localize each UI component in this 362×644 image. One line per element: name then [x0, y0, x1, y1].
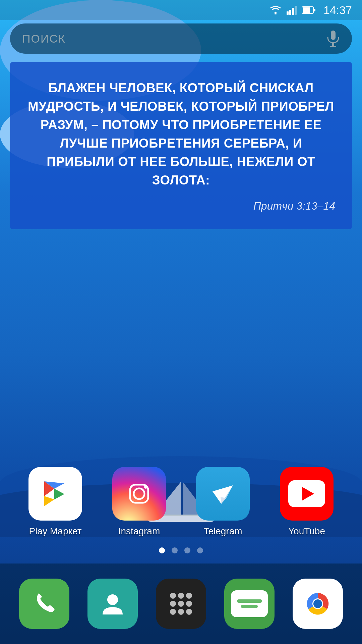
svg-rect-12 [331, 31, 336, 40]
svg-rect-5 [287, 11, 289, 15]
page-dot-0[interactable] [159, 547, 165, 553]
svg-rect-10 [303, 7, 310, 13]
playmarket-logo [40, 479, 70, 509]
svg-point-29 [313, 599, 322, 608]
quote-text: БЛАЖЕН ЧЕЛОВЕК, КОТОРЫЙ СНИСКАЛ МУДРОСТЬ… [27, 79, 335, 190]
app-item-youtube[interactable]: YouTube [273, 467, 340, 537]
phone-icon [31, 590, 58, 617]
page-dots [0, 547, 362, 553]
dock-icon-messages[interactable] [224, 579, 275, 629]
app-item-instagram[interactable]: Instagram [106, 467, 173, 537]
page-dot-2[interactable] [184, 547, 190, 553]
chrome-icon [301, 587, 335, 621]
app-label-youtube: YouTube [288, 526, 325, 537]
msg-line-2 [241, 605, 258, 608]
app-icon-youtube[interactable] [280, 467, 334, 521]
app-label-playmarket: Play Маркет [29, 526, 81, 537]
quote-reference: Притчи 3:13–14 [27, 200, 335, 212]
battery-icon [302, 6, 315, 14]
app-item-telegram[interactable]: Telegram [189, 467, 256, 537]
instagram-logo [124, 479, 154, 509]
app-icon-instagram[interactable] [112, 467, 166, 521]
telegram-logo [208, 479, 238, 509]
youtube-play-triangle [302, 487, 314, 500]
app-label-telegram: Telegram [203, 526, 242, 537]
svg-marker-25 [221, 497, 226, 504]
app-icon-playmarket[interactable] [28, 467, 82, 521]
quote-widget: БЛАЖЕН ЧЕЛОВЕК, КОТОРЫЙ СНИСКАЛ МУДРОСТЬ… [10, 62, 352, 229]
svg-rect-6 [289, 10, 291, 15]
messages-icon [231, 590, 268, 617]
app-item-playmarket[interactable]: Play Маркет [22, 467, 89, 537]
status-icons: 14:37 [269, 4, 352, 17]
dock-icon-contacts[interactable] [87, 579, 138, 629]
page-dot-1[interactable] [172, 547, 178, 553]
contacts-icon [99, 590, 126, 617]
apps-grid-icon [167, 590, 195, 618]
app-label-instagram: Instagram [118, 526, 160, 537]
dock-icon-chrome[interactable] [293, 579, 343, 629]
app-icon-telegram[interactable] [196, 467, 250, 521]
dock [0, 564, 362, 644]
search-placeholder: ПОИСК [22, 32, 66, 45]
svg-rect-11 [314, 9, 315, 11]
dock-icon-phone[interactable] [19, 579, 69, 629]
wifi-icon [269, 5, 282, 15]
dock-icon-apps[interactable] [156, 579, 206, 629]
youtube-inner [288, 480, 325, 507]
svg-point-21 [134, 488, 144, 499]
svg-rect-7 [292, 8, 294, 15]
svg-rect-14 [330, 46, 336, 47]
svg-point-22 [144, 485, 147, 489]
msg-line-1 [237, 599, 262, 603]
search-bar[interactable]: ПОИСК [10, 23, 352, 54]
mic-icon[interactable] [326, 30, 340, 47]
search-bar-container[interactable]: ПОИСК [10, 23, 352, 54]
status-bar: 14:37 [0, 0, 362, 20]
app-icons-row: Play Маркет Instagram Telegram [0, 467, 362, 537]
svg-rect-8 [295, 6, 297, 15]
status-time: 14:37 [323, 4, 352, 17]
svg-point-26 [107, 594, 118, 605]
page-dot-3[interactable] [197, 547, 203, 553]
signal-icon [287, 5, 297, 15]
svg-rect-13 [332, 43, 334, 46]
